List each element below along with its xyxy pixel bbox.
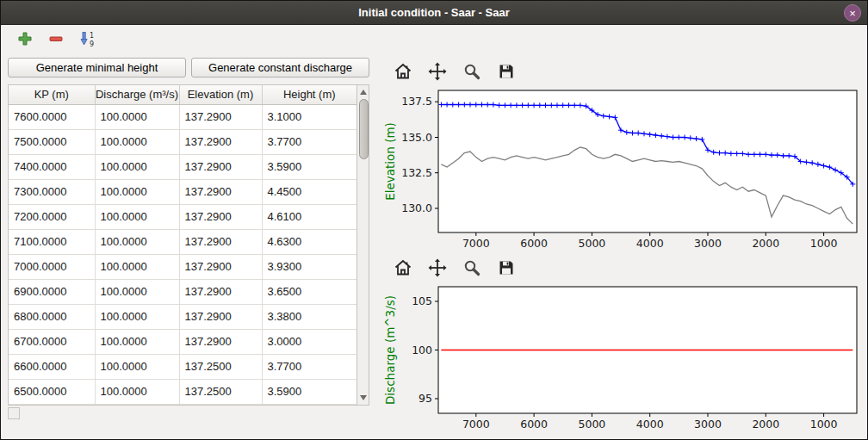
titlebar[interactable]: Initial condition - Saar - Saar × — [1, 1, 867, 25]
window-title: Initial condition - Saar - Saar — [1, 6, 867, 19]
home-button[interactable] — [390, 257, 416, 281]
table-cell[interactable]: 137.2900 — [179, 229, 262, 254]
table-cell[interactable]: 7100.0000 — [9, 229, 95, 254]
zoom-button[interactable] — [459, 257, 485, 281]
column-header-height[interactable]: Height (m) — [262, 85, 356, 104]
scroll-down-button[interactable] — [357, 392, 369, 405]
elevation-chart[interactable]: 7000600050004000300020001000130.0132.513… — [381, 85, 864, 254]
table-cell[interactable]: 137.2500 — [179, 354, 262, 379]
table-cell[interactable]: 100.0000 — [95, 179, 179, 204]
close-button[interactable]: × — [844, 4, 861, 22]
table-row[interactable]: 7500.0000100.0000137.29003.7700 — [9, 129, 356, 154]
table-cell[interactable]: 6600.0000 — [9, 354, 95, 379]
scroll-up-button[interactable] — [357, 85, 369, 98]
home-icon — [393, 61, 413, 84]
table-row[interactable]: 7200.0000100.0000137.29004.6100 — [9, 204, 356, 229]
table-cell[interactable]: 100.0000 — [95, 354, 179, 379]
pan-button[interactable] — [425, 257, 450, 281]
table-row[interactable]: 7400.0000100.0000137.29003.5900 — [9, 154, 356, 179]
generator-button-row: Generate minimal height Generate constan… — [8, 58, 369, 77]
table-cell[interactable]: 6900.0000 — [9, 279, 95, 304]
table-row[interactable]: 7000.0000100.0000137.29003.9300 — [9, 254, 356, 279]
table-cell[interactable]: 3.7700 — [262, 129, 356, 154]
table-cell[interactable]: 137.2500 — [179, 379, 262, 404]
svg-text:137.5: 137.5 — [401, 95, 432, 108]
horizontal-scrollbar-stub[interactable] — [8, 407, 20, 419]
zoom-button[interactable] — [459, 60, 485, 84]
table-cell[interactable]: 7200.0000 — [9, 204, 95, 229]
table-cell[interactable]: 6700.0000 — [9, 329, 95, 354]
discharge-chart[interactable]: 700060005000400030002000100095100105Disc… — [381, 282, 864, 435]
sort-rows-button[interactable]: 1 9 — [75, 28, 99, 51]
table-cell[interactable]: 4.6300 — [262, 229, 356, 254]
table-cell[interactable]: 7600.0000 — [9, 104, 95, 129]
table-cell[interactable]: 137.2900 — [179, 154, 262, 179]
generate-minimal-height-button[interactable]: Generate minimal height — [8, 58, 186, 77]
table-cell[interactable]: 4.4500 — [262, 179, 356, 204]
column-header-kp[interactable]: KP (m) — [9, 85, 95, 104]
table-cell[interactable]: 100.0000 — [95, 379, 179, 404]
table-cell[interactable]: 100.0000 — [95, 204, 179, 229]
table-cell[interactable]: 3.6500 — [262, 279, 356, 304]
remove-row-button[interactable] — [44, 28, 68, 51]
table-row[interactable]: 6800.0000100.0000137.29003.3800 — [9, 304, 356, 329]
table-cell[interactable]: 100.0000 — [95, 329, 179, 354]
table-header-row: KP (m) Discharge (m³/s) Elevation (m) He… — [9, 85, 356, 104]
add-row-button[interactable] — [13, 28, 37, 51]
table-cell[interactable]: 7400.0000 — [9, 154, 95, 179]
column-header-elevation[interactable]: Elevation (m) — [179, 85, 262, 104]
home-button[interactable] — [390, 60, 416, 84]
table-row[interactable]: 6600.0000100.0000137.25003.7700 — [9, 354, 356, 379]
table-row[interactable]: 6900.0000100.0000137.29003.6500 — [9, 279, 356, 304]
scroll-thumb[interactable] — [359, 99, 369, 159]
table-cell[interactable]: 4.6100 — [262, 204, 356, 229]
table-cell[interactable]: 137.2900 — [179, 179, 262, 204]
table-cell[interactable]: 100.0000 — [95, 129, 179, 154]
table-row[interactable]: 7100.0000100.0000137.29004.6300 — [9, 229, 356, 254]
table-cell[interactable]: 100.0000 — [95, 104, 179, 129]
table-row[interactable]: 7300.0000100.0000137.29004.4500 — [9, 179, 356, 204]
svg-text:2000: 2000 — [752, 237, 779, 250]
table-cell[interactable]: 3.9300 — [262, 254, 356, 279]
svg-text:4000: 4000 — [636, 237, 664, 250]
pan-button[interactable] — [425, 60, 450, 84]
table-cell[interactable]: 100.0000 — [95, 154, 179, 179]
table-cell[interactable]: 137.2900 — [179, 104, 262, 129]
table-cell[interactable]: 100.0000 — [95, 279, 179, 304]
table-cell[interactable]: 137.2900 — [179, 254, 262, 279]
table-cell[interactable]: 137.2900 — [179, 329, 262, 354]
save-button[interactable] — [493, 257, 519, 281]
table-cell[interactable]: 137.2900 — [179, 129, 262, 154]
table-cell[interactable]: 3.3800 — [262, 304, 356, 329]
table-cell[interactable]: 6500.0000 — [9, 379, 95, 404]
table-cell[interactable]: 137.2900 — [179, 279, 262, 304]
plus-icon — [17, 31, 33, 49]
table-row[interactable]: 7600.0000100.0000137.29003.1000 — [9, 104, 356, 129]
table-cell[interactable]: 3.5900 — [262, 154, 356, 179]
table-cell[interactable]: 100.0000 — [95, 304, 179, 329]
table-cell[interactable]: 137.2900 — [179, 304, 262, 329]
table-row[interactable]: 6500.0000100.0000137.25003.5900 — [9, 379, 356, 404]
table-cell[interactable]: 137.2900 — [179, 204, 262, 229]
column-header-discharge[interactable]: Discharge (m³/s) — [95, 85, 179, 104]
pan-icon — [427, 257, 448, 281]
generate-constant-discharge-button[interactable]: Generate constant discharge — [191, 58, 369, 77]
discharge-chart-toolbar — [381, 256, 864, 282]
table-cell[interactable]: 3.7700 — [262, 354, 356, 379]
table-cell[interactable]: 3.0000 — [262, 329, 356, 354]
table-cell[interactable]: 7500.0000 — [9, 129, 95, 154]
table-row[interactable]: 6700.0000100.0000137.29003.0000 — [9, 329, 356, 354]
save-button[interactable] — [493, 60, 519, 84]
table-cell[interactable]: 100.0000 — [95, 229, 179, 254]
table-cell[interactable]: 100.0000 — [95, 254, 179, 279]
table-cell[interactable]: 7000.0000 — [9, 254, 95, 279]
table-cell[interactable]: 3.1000 — [262, 104, 356, 129]
table-vertical-scrollbar[interactable] — [356, 85, 369, 405]
scroll-track[interactable] — [357, 98, 369, 392]
main-toolbar: 1 9 — [1, 25, 867, 54]
table-cell[interactable]: 7300.0000 — [9, 179, 95, 204]
svg-text:9: 9 — [90, 40, 94, 47]
svg-text:Discharge (m^3/s): Discharge (m^3/s) — [383, 295, 397, 405]
table-cell[interactable]: 6800.0000 — [9, 304, 95, 329]
table-cell[interactable]: 3.5900 — [262, 379, 356, 404]
